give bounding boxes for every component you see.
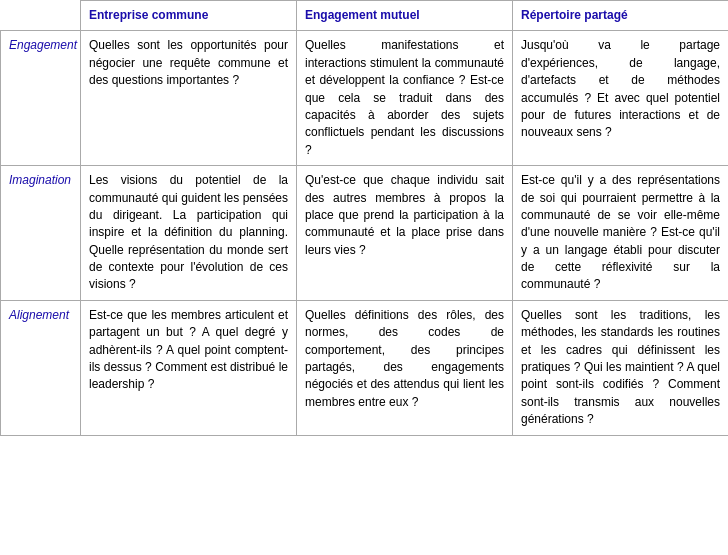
cell-engagement-repertoire: Jusqu'où va le partage d'expériences, de… [513, 31, 729, 166]
cell-engagement-entreprise: Quelles sont les opportunités pour négoc… [81, 31, 297, 166]
cell-alignement-entreprise: Est-ce que les membres articulent et par… [81, 300, 297, 435]
main-table-container: Entreprise commune Engagement mutuel Rép… [0, 0, 728, 436]
cell-imagination-entreprise: Les visions du potentiel de la communaut… [81, 166, 297, 301]
row-label-engagement: Engagement [1, 31, 81, 166]
row-label-imagination: Imagination [1, 166, 81, 301]
header-repertoire: Répertoire partagé [513, 1, 729, 31]
cell-imagination-engagement: Qu'est-ce que chaque individu sait des a… [297, 166, 513, 301]
row-label-alignement: Alignement [1, 300, 81, 435]
cell-alignement-repertoire: Quelles sont les traditions, les méthode… [513, 300, 729, 435]
table-row: Imagination Les visions du potentiel de … [1, 166, 729, 301]
cell-alignement-engagement: Quelles définitions des rôles, des norme… [297, 300, 513, 435]
header-entreprise: Entreprise commune [81, 1, 297, 31]
table-row: Engagement Quelles sont les opportunités… [1, 31, 729, 166]
table-row: Alignement Est-ce que les membres articu… [1, 300, 729, 435]
empty-header [1, 1, 81, 31]
cell-engagement-engagement: Quelles manifestations et interactions s… [297, 31, 513, 166]
header-row: Entreprise commune Engagement mutuel Rép… [1, 1, 729, 31]
main-table: Entreprise commune Engagement mutuel Rép… [0, 0, 728, 436]
header-engagement: Engagement mutuel [297, 1, 513, 31]
cell-imagination-repertoire: Est-ce qu'il y a des représentations de … [513, 166, 729, 301]
